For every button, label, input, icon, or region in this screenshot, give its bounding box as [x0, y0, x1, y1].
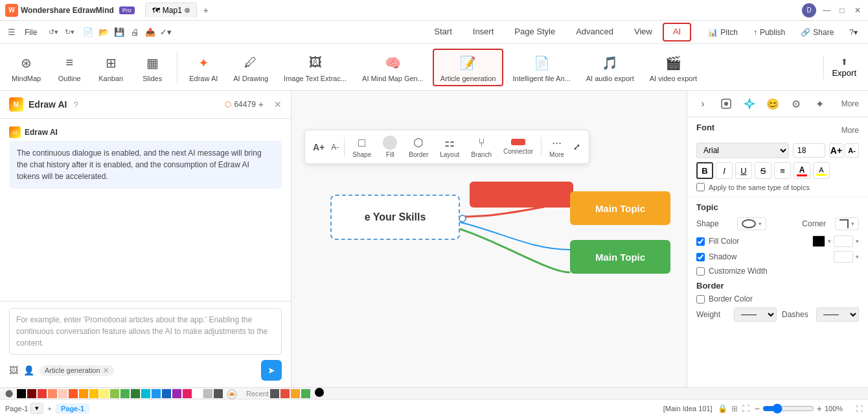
- export-icon[interactable]: 📤: [143, 25, 157, 40]
- chat-input[interactable]: For example, enter 'Promotional articles…: [9, 308, 282, 355]
- palette-yellow[interactable]: [100, 389, 109, 398]
- palette-darkgrey[interactable]: [214, 389, 223, 398]
- redo-button[interactable]: ↻▾: [62, 27, 77, 38]
- ribbon-video-export[interactable]: 🎬 AI video export: [643, 50, 703, 85]
- lock-icon[interactable]: 🔒: [718, 404, 727, 413]
- add-tokens-button[interactable]: +: [258, 99, 264, 110]
- highlight-button[interactable]: A: [813, 162, 830, 179]
- remove-tag-button[interactable]: ✕: [103, 366, 109, 375]
- share-button[interactable]: 🔗 Share: [795, 26, 839, 39]
- font-decrease-button[interactable]: A-: [328, 141, 341, 153]
- close-button[interactable]: ✕: [852, 5, 863, 16]
- palette-darkred[interactable]: [27, 389, 36, 398]
- publish-button[interactable]: ↑ Publish: [748, 26, 790, 39]
- palette-purple[interactable]: [172, 389, 181, 398]
- nav-advanced[interactable]: Advanced: [565, 23, 624, 42]
- font-color-button[interactable]: A: [794, 162, 810, 179]
- ribbon-slides[interactable]: ▦ Slides: [133, 50, 172, 85]
- ribbon-ai-drawing[interactable]: 🖊 AI Drawing: [227, 50, 275, 85]
- ribbon-intelligent-file[interactable]: 📄 Intelligent file An...: [506, 50, 577, 85]
- palette-white[interactable]: [193, 389, 202, 398]
- menu-file[interactable]: File: [19, 25, 42, 40]
- recent-darkgrey[interactable]: [270, 389, 279, 398]
- palette-blue[interactable]: [152, 389, 161, 398]
- more-colors-button[interactable]: [227, 389, 240, 398]
- palette-red[interactable]: [38, 389, 47, 398]
- red-branch-node[interactable]: [470, 182, 573, 208]
- font-increase-button[interactable]: A+: [310, 141, 327, 154]
- corner-selector[interactable]: ▾: [835, 217, 859, 230]
- send-button[interactable]: ➤: [261, 360, 282, 381]
- main-topic-2[interactable]: Main Topic: [570, 240, 670, 274]
- ft-layout[interactable]: ⚏ Layout: [435, 133, 464, 161]
- palette-cyan[interactable]: [141, 389, 150, 398]
- collapse-panel-button[interactable]: ›: [692, 93, 713, 114]
- maximize-button[interactable]: □: [837, 5, 847, 16]
- palette-green[interactable]: [120, 389, 130, 398]
- zoom-out-button[interactable]: −: [755, 403, 760, 414]
- ribbon-mindmap-gen[interactable]: 🧠 AI Mind Map Gen...: [356, 50, 430, 85]
- fit-icon[interactable]: ⛶: [742, 404, 749, 413]
- add-page-button[interactable]: +: [47, 405, 51, 412]
- font-size-decrease[interactable]: A-: [845, 143, 859, 158]
- fill-color-checkbox[interactable]: [696, 237, 705, 246]
- palette-lightgreen[interactable]: [110, 389, 119, 398]
- zoom-slider[interactable]: [762, 403, 814, 414]
- ribbon-outline[interactable]: ≡ Outline: [50, 50, 89, 85]
- shadow-checkbox[interactable]: [696, 253, 705, 261]
- tab-style[interactable]: [716, 93, 737, 114]
- color-wheel-button[interactable]: [314, 387, 325, 399]
- fill-color-swatch-white[interactable]: [834, 235, 853, 247]
- print-icon[interactable]: 🖨: [128, 25, 142, 40]
- nav-ai[interactable]: AI: [663, 23, 691, 42]
- help-button[interactable]: ?▾: [844, 26, 863, 39]
- ribbon-image-text[interactable]: 🖼 Image Text Extrac...: [277, 50, 353, 85]
- nav-page-style[interactable]: Page Style: [504, 23, 565, 42]
- nav-insert[interactable]: Insert: [463, 23, 505, 42]
- layout-icon[interactable]: ⊞: [731, 404, 738, 413]
- font-more-link[interactable]: More: [841, 126, 859, 135]
- main-topic-1[interactable]: Main Topic: [570, 191, 670, 225]
- tab-settings[interactable]: ⚙: [786, 93, 806, 114]
- palette-black[interactable]: [17, 389, 26, 398]
- zoom-in-button[interactable]: +: [817, 403, 822, 414]
- font-size-input[interactable]: [793, 143, 825, 158]
- shape-selector[interactable]: ▾: [737, 217, 766, 230]
- palette-darkblue[interactable]: [162, 389, 171, 398]
- pitch-button[interactable]: 📊 Pitch: [703, 26, 743, 39]
- palette-orange[interactable]: [79, 389, 88, 398]
- canvas-area[interactable]: A+ A- □ Shape Fill ⬡ Border ⚏ Layout ⑂ B…: [291, 91, 687, 387]
- ribbon-edraw-ai[interactable]: ✦ Edraw AI: [183, 50, 224, 85]
- font-family-select[interactable]: Arial: [696, 143, 789, 158]
- ft-branch[interactable]: ⑂ Branch: [466, 134, 497, 161]
- nav-start[interactable]: Start: [424, 23, 462, 42]
- italic-button[interactable]: I: [716, 162, 733, 179]
- page-dropdown-button[interactable]: ▾: [30, 403, 43, 414]
- palette-lightsalmon[interactable]: [58, 389, 67, 398]
- toolbar-collapse-icon[interactable]: ⤢: [571, 141, 584, 154]
- save-icon[interactable]: 💾: [112, 25, 126, 40]
- attach-icon[interactable]: 👤: [23, 365, 34, 375]
- close-panel-button[interactable]: ✕: [274, 99, 282, 110]
- active-page-tab[interactable]: Page-1: [56, 403, 89, 414]
- ribbon-article-gen[interactable]: 📝 Article generation: [433, 49, 504, 86]
- new-icon[interactable]: 📄: [81, 25, 95, 40]
- tab-extra[interactable]: ✦: [809, 93, 830, 114]
- minimize-button[interactable]: —: [821, 5, 832, 16]
- palette-grey[interactable]: [203, 389, 212, 398]
- weight-select[interactable]: ——: [734, 307, 777, 322]
- tab-ai-effects[interactable]: [739, 93, 760, 114]
- fullscreen-button[interactable]: ⛶: [856, 405, 863, 412]
- tab-theme[interactable]: 😊: [762, 93, 783, 114]
- ribbon-mindmap[interactable]: ⊛ MindMap: [5, 50, 47, 85]
- palette-darkgreen[interactable]: [131, 389, 140, 398]
- palette-salmon[interactable]: [48, 389, 57, 398]
- map-tab[interactable]: 🗺 Map1: [145, 3, 197, 18]
- recent-orange[interactable]: [291, 389, 300, 398]
- ft-connector[interactable]: Connector: [498, 136, 538, 158]
- align-button[interactable]: ≡: [774, 162, 791, 179]
- checkmark-icon[interactable]: ✓▾: [159, 25, 173, 40]
- open-icon[interactable]: 📂: [97, 25, 111, 40]
- palette-deeporange[interactable]: [69, 389, 78, 398]
- apply-checkbox[interactable]: [696, 183, 705, 191]
